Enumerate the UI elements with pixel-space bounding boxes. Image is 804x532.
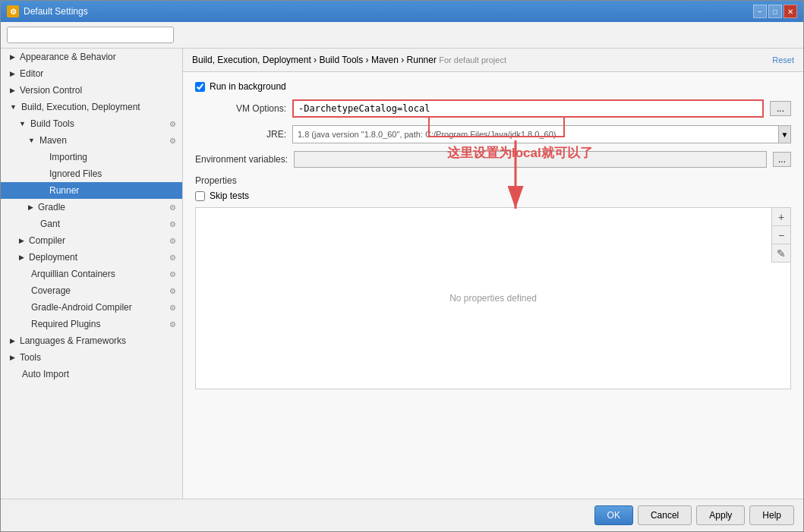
- sidebar-item-label: Build Tools: [30, 118, 74, 129]
- sidebar-item-runner[interactable]: Runner: [1, 182, 182, 199]
- gear-icon: ⚙: [169, 253, 176, 262]
- sidebar-item-appearance[interactable]: ▶Appearance & Behavior: [1, 49, 182, 65]
- env-variables-row: Environment variables: ...: [195, 151, 791, 168]
- app-icon: ⚙: [7, 5, 19, 17]
- sidebar-item-label: Coverage: [31, 285, 71, 296]
- sidebar-item-compiler[interactable]: ▶Compiler⚙: [1, 232, 182, 249]
- sidebar-item-importing[interactable]: Importing: [1, 149, 182, 165]
- breadcrumb-text: Build, Execution, Deployment › Build Too…: [192, 55, 437, 65]
- sidebar-item-maven[interactable]: ▼Maven⚙: [1, 132, 182, 149]
- breadcrumb-bar: Build, Execution, Deployment › Build Too…: [183, 49, 803, 72]
- run-in-background-row: Run in background: [195, 81, 791, 92]
- gear-icon: ⚙: [169, 287, 176, 295]
- sidebar-item-label: Build, Execution, Deployment: [21, 102, 140, 112]
- arrow-icon: ▼: [10, 103, 17, 111]
- arrow-icon: ▶: [19, 237, 24, 244]
- arrow-icon: ▼: [19, 120, 26, 127]
- gear-icon: ⚙: [169, 120, 176, 128]
- sidebar-item-gant[interactable]: Gant⚙: [1, 216, 182, 232]
- sidebar-item-label: Tools: [20, 352, 41, 363]
- sidebar-item-label: Gant: [40, 219, 60, 229]
- jre-dropdown-button[interactable]: ▼: [778, 126, 790, 143]
- sidebar-item-label: Maven: [39, 135, 67, 146]
- sidebar-item-version-control[interactable]: ▶Version Control: [1, 82, 182, 99]
- jre-label: JRE:: [195, 129, 286, 140]
- content-body: Run in background VM Options: ...: [183, 72, 803, 499]
- sidebar-item-label: Required Plugins: [31, 319, 100, 329]
- vm-options-input[interactable]: [292, 99, 764, 118]
- title-bar-controls: − □ ✕: [753, 5, 797, 18]
- sidebar-item-auto-import[interactable]: Auto Import: [1, 366, 182, 382]
- search-input[interactable]: [7, 27, 174, 43]
- arrow-icon: ▶: [10, 87, 15, 94]
- sidebar-item-label: Ignored Files: [49, 168, 102, 179]
- cancel-button[interactable]: Cancel: [638, 505, 692, 525]
- vm-options-browse-button[interactable]: ...: [770, 101, 791, 116]
- sidebar-item-gradle[interactable]: ▶Gradle⚙: [1, 199, 182, 216]
- minimize-button[interactable]: −: [753, 5, 767, 18]
- sidebar-item-gradle-android[interactable]: Gradle-Android Compiler⚙: [1, 299, 182, 316]
- dialog-window: ⚙ Default Settings − □ ✕ ▶Appearance & B…: [0, 0, 804, 532]
- edit-property-button[interactable]: ✎: [772, 244, 790, 263]
- gear-icon: ⚙: [169, 237, 176, 245]
- jre-select[interactable]: 1.8 (java version "1.8.0_60", path: C:/P…: [292, 125, 791, 143]
- sidebar-item-label: Appearance & Behavior: [20, 52, 116, 62]
- env-variables-input[interactable]: [294, 151, 767, 168]
- sidebar-item-label: Gradle-Android Compiler: [31, 302, 132, 313]
- apply-button[interactable]: Apply: [696, 505, 745, 525]
- properties-toolbar: + − ✎: [771, 208, 790, 263]
- sidebar-item-label: Arquillian Containers: [31, 269, 115, 279]
- sidebar-item-ignored-files[interactable]: Ignored Files: [1, 165, 182, 182]
- sidebar-item-build-exec-deploy[interactable]: ▼Build, Execution, Deployment: [1, 99, 182, 115]
- sidebar-item-label: Compiler: [29, 235, 65, 246]
- arrow-icon: ▶: [28, 203, 33, 211]
- sidebar-item-coverage[interactable]: Coverage⚙: [1, 282, 182, 299]
- sidebar-item-build-tools[interactable]: ▼Build Tools⚙: [1, 115, 182, 132]
- help-button[interactable]: Help: [749, 505, 794, 525]
- vm-options-row: VM Options: ...: [195, 99, 791, 118]
- add-property-button[interactable]: +: [772, 208, 790, 226]
- run-in-background-checkbox[interactable]: [195, 82, 205, 92]
- arrow-icon: ▶: [10, 70, 15, 77]
- gear-icon: ⚙: [169, 320, 176, 329]
- arrow-icon: ▶: [10, 53, 15, 61]
- search-bar: [1, 22, 803, 49]
- sidebar-item-deployment[interactable]: ▶Deployment⚙: [1, 249, 182, 266]
- remove-property-button[interactable]: −: [772, 226, 790, 244]
- sidebar-item-label: Gradle: [38, 202, 65, 212]
- env-variables-label: Environment variables:: [195, 154, 288, 165]
- sidebar-item-label: Importing: [49, 152, 87, 162]
- close-button[interactable]: ✕: [784, 5, 797, 18]
- properties-title: Properties: [195, 175, 791, 186]
- sidebar-item-label: Auto Import: [22, 369, 69, 379]
- gear-icon: ⚙: [169, 304, 176, 312]
- run-in-background-label: Run in background: [210, 81, 286, 92]
- sidebar: ▶Appearance & Behavior▶Editor▶Version Co…: [1, 49, 183, 499]
- sidebar-item-languages[interactable]: ▶Languages & Frameworks: [1, 332, 182, 349]
- sidebar-item-required-plugins[interactable]: Required Plugins⚙: [1, 316, 182, 332]
- window-title: Default Settings: [24, 6, 88, 17]
- properties-panel: No properties defined + − ✎: [195, 207, 791, 389]
- sidebar-item-label: Deployment: [29, 252, 77, 263]
- arrow-icon: ▶: [19, 253, 24, 261]
- skip-tests-checkbox[interactable]: [195, 191, 205, 201]
- gear-icon: ⚙: [169, 270, 176, 279]
- sidebar-item-arquillian[interactable]: Arquillian Containers⚙: [1, 266, 182, 282]
- sidebar-item-label: Version Control: [20, 85, 82, 96]
- reset-link[interactable]: Reset: [772, 55, 794, 65]
- vm-options-label: VM Options:: [195, 103, 286, 114]
- breadcrumb: Build, Execution, Deployment › Build Too…: [192, 55, 506, 65]
- gear-icon: ⚙: [169, 203, 176, 212]
- breadcrumb-suffix: For default project: [439, 55, 506, 65]
- maximize-button[interactable]: □: [768, 5, 782, 18]
- footer: OK Cancel Apply Help: [1, 499, 803, 531]
- arrow-icon: ▶: [10, 354, 15, 361]
- sidebar-item-editor[interactable]: ▶Editor: [1, 65, 182, 82]
- sidebar-item-label: Languages & Frameworks: [20, 335, 126, 346]
- sidebar-item-label: Runner: [49, 185, 79, 196]
- ok-button[interactable]: OK: [594, 505, 633, 525]
- sidebar-item-tools[interactable]: ▶Tools: [1, 349, 182, 366]
- properties-section: Properties Skip tests No properties defi…: [195, 175, 791, 389]
- sidebar-item-label: Editor: [20, 68, 43, 79]
- env-variables-browse-button[interactable]: ...: [773, 152, 791, 167]
